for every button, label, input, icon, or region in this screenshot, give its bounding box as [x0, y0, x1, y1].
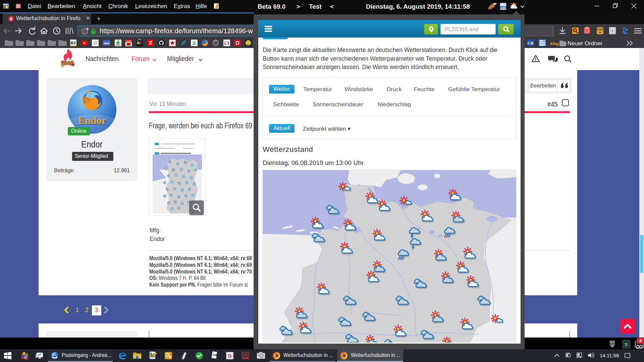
svg-text:i: i	[84, 29, 86, 34]
svg-text:V: V	[611, 29, 614, 33]
svg-text:S: S	[193, 40, 196, 46]
svg-text:Neuer Ordner: Neuer Ordner	[568, 40, 602, 47]
svg-text:GMX: GMX	[103, 42, 110, 45]
svg-text:@: @	[93, 40, 98, 46]
svg-text:D: D	[228, 353, 232, 359]
svg-text:Cf: Cf	[224, 41, 229, 46]
svg-text:CSS: CSS	[597, 28, 603, 31]
svg-text:S: S	[625, 342, 628, 347]
svg-text:14:11:58: 14:11:58	[600, 353, 619, 358]
svg-text:CB: CB	[527, 41, 533, 46]
svg-text:Com!: Com!	[125, 40, 131, 42]
svg-text:uO: uO	[610, 342, 614, 345]
svg-text:BZ: BZ	[70, 40, 76, 45]
svg-text:CSS: CSS	[501, 6, 506, 9]
svg-text:King: King	[550, 41, 559, 46]
svg-text:A♠: A♠	[212, 353, 217, 357]
